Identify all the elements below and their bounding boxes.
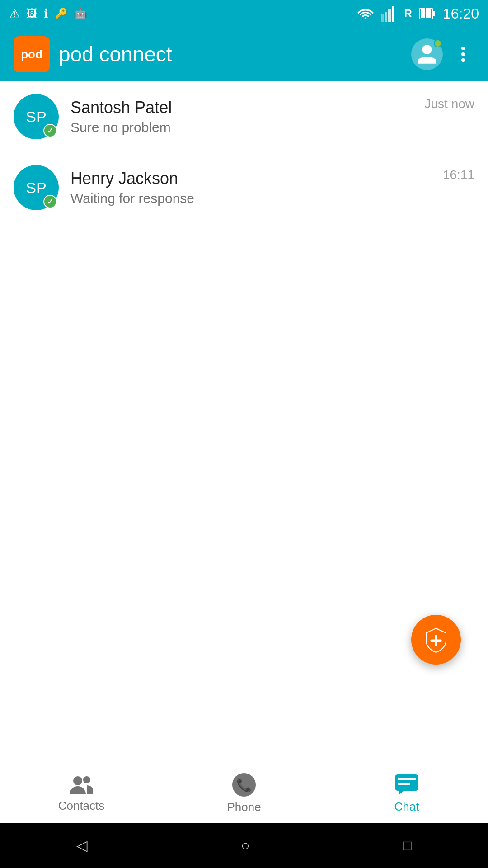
contacts-icon	[70, 774, 93, 795]
online-status-dot	[434, 39, 442, 47]
phone-circle-icon: 📞	[232, 773, 256, 797]
app-logo: pod	[14, 36, 50, 72]
new-chat-fab[interactable]	[411, 615, 461, 665]
more-options-button[interactable]	[452, 41, 474, 68]
chat-list: SP ✓ Santosh Patel Sure no problem Just …	[0, 81, 488, 223]
delivery-status-badge: ✓	[43, 124, 57, 137]
android-icon: 🤖	[74, 7, 87, 20]
status-icons-left: ⚠ 🖼 ℹ 🔑 🤖	[9, 6, 87, 21]
status-time: 16:20	[443, 5, 479, 22]
chat-icon	[394, 774, 419, 796]
nav-item-contacts[interactable]: Contacts	[0, 764, 163, 823]
svg-point-10	[73, 776, 82, 785]
battery-icon	[419, 5, 436, 22]
more-dot-1	[461, 47, 465, 50]
signal-icon	[381, 5, 397, 22]
main-content: SP ✓ Santosh Patel Sure no problem Just …	[0, 81, 488, 764]
svg-rect-1	[385, 12, 387, 22]
message-time: 16:11	[443, 165, 474, 182]
delivery-status-badge: ✓	[43, 195, 57, 208]
wifi-icon	[357, 7, 374, 20]
key-icon: 🔑	[55, 8, 67, 19]
back-button[interactable]: ◁	[76, 837, 88, 854]
contact-avatar: SP ✓	[14, 94, 59, 139]
info-icon: ℹ	[44, 6, 49, 21]
check-icon: ✓	[47, 126, 53, 136]
home-button[interactable]: ○	[241, 837, 249, 854]
svg-rect-14	[398, 783, 410, 785]
contact-avatar: SP ✓	[14, 165, 59, 210]
svg-rect-3	[392, 6, 394, 22]
svg-rect-5	[432, 11, 435, 16]
phone-label: Phone	[227, 800, 261, 814]
avatar-initials: SP	[26, 108, 46, 126]
status-icons-right: R 16:20	[357, 5, 479, 22]
r-indicator: R	[404, 7, 412, 20]
message-preview: Sure no problem	[70, 120, 425, 135]
image-icon: 🖼	[27, 7, 38, 20]
plus-shield-icon	[422, 626, 450, 653]
more-dot-2	[461, 52, 465, 56]
nav-item-chat[interactable]: Chat	[325, 764, 488, 823]
system-nav-bar: ◁ ○ □	[0, 823, 488, 868]
more-dot-3	[461, 58, 465, 62]
chat-item[interactable]: SP ✓ Santosh Patel Sure no problem Just …	[0, 81, 488, 152]
recents-button[interactable]: □	[403, 837, 411, 854]
check-icon: ✓	[47, 197, 53, 207]
app-bar: pod pod connect	[0, 27, 488, 81]
app-logo-text: pod	[21, 48, 42, 60]
chat-info: Santosh Patel Sure no problem	[70, 98, 425, 135]
app-title: pod connect	[59, 42, 402, 66]
contact-name: Henry Jackson	[70, 169, 443, 188]
message-preview: Waiting for response	[70, 191, 443, 206]
contact-name: Santosh Patel	[70, 98, 425, 117]
svg-marker-15	[399, 791, 404, 795]
svg-rect-0	[381, 14, 384, 22]
svg-rect-2	[388, 9, 391, 22]
nav-item-phone[interactable]: 📞 Phone	[163, 764, 325, 823]
avatar-initials: SP	[26, 179, 46, 197]
contacts-label: Contacts	[58, 799, 105, 813]
app-bar-actions	[411, 38, 474, 70]
user-avatar-button[interactable]	[411, 38, 443, 70]
svg-rect-13	[398, 778, 416, 780]
chat-item[interactable]: SP ✓ Henry Jackson Waiting for response …	[0, 152, 488, 223]
warning-icon: ⚠	[9, 6, 20, 21]
chat-label: Chat	[394, 800, 419, 814]
bottom-nav: Contacts 📞 Phone Chat	[0, 764, 488, 823]
chat-info: Henry Jackson Waiting for response	[70, 169, 443, 206]
message-time: Just now	[425, 94, 475, 111]
svg-point-11	[83, 776, 90, 783]
status-bar: ⚠ 🖼 ℹ 🔑 🤖 R 16:20	[0, 0, 488, 27]
